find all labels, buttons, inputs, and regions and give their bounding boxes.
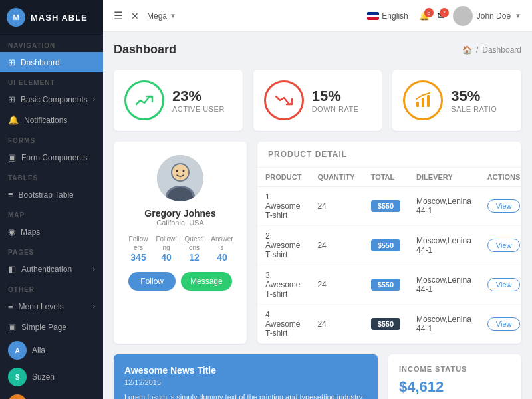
cell-total: $550 xyxy=(363,305,408,344)
page-header: Dashboard 🏠 / Dashboard xyxy=(114,43,521,57)
cell-delivery: Moscow,Lenina 44-1 xyxy=(408,187,479,226)
map-icon: ◉ xyxy=(8,227,15,237)
stat-circle-yellow xyxy=(403,80,443,120)
user-menu[interactable]: John Doe ▼ xyxy=(453,6,521,26)
stat-card-down-rate: 15% DOWN RATE xyxy=(253,70,382,131)
chevron-right-icon: › xyxy=(93,96,95,103)
stat-circle-red xyxy=(264,80,304,120)
sidebar: M MASH ABLE NAVIGATION ⊞ Dashboard UI EL… xyxy=(0,0,103,399)
cell-action: View xyxy=(479,226,521,265)
svg-rect-1 xyxy=(422,98,424,107)
mega-menu-button[interactable]: Mega xyxy=(147,11,167,21)
income-amount: $4,612 xyxy=(399,378,511,396)
stats-row: 23% ACTIVE USER 15% DOWN RATE 35% xyxy=(114,70,521,131)
sidebar-user-michael[interactable]: M Michael Scofield xyxy=(0,390,103,399)
view-button[interactable]: View xyxy=(487,317,521,331)
sidebar-item-label: Bootstrap Table xyxy=(19,190,74,200)
table-icon: ≡ xyxy=(8,190,13,200)
profile-stat-following: Following 40 xyxy=(155,235,178,263)
sidebar-user-suzen[interactable]: S Suzen xyxy=(0,364,103,390)
product-table: PRODUCT QUANTITY TOTAL DILEVERY ACTIONS … xyxy=(257,168,521,344)
profile-location: Califonia, USA xyxy=(156,219,204,227)
col-product: PRODUCT xyxy=(257,168,309,187)
stat-value: 40 xyxy=(211,252,233,263)
auth-icon: ◧ xyxy=(8,264,16,274)
cell-action: View xyxy=(479,187,521,226)
profile-card: Gregory Johnes Califonia, USA Followers … xyxy=(114,142,247,344)
sidebar-item-label: Menu Levels xyxy=(19,302,64,311)
sidebar-user-alia[interactable]: A Alia xyxy=(0,337,103,364)
breadcrumb-home-icon: 🏠 xyxy=(462,45,472,55)
middle-row: Gregory Johnes Califonia, USA Followers … xyxy=(114,142,521,344)
cell-product: 3. Awesome T-shirt xyxy=(257,265,309,305)
cell-quantity: 24 xyxy=(309,226,362,265)
breadcrumb-current: Dashboard xyxy=(482,45,521,55)
sidebar-item-basic-components[interactable]: ⊞ Basic Components › xyxy=(0,89,103,110)
sidebar-item-authentication[interactable]: ◧ Authentication › xyxy=(0,259,103,279)
section-tables: TABLES xyxy=(0,168,103,184)
notifications-button[interactable]: 🔔 5 xyxy=(419,11,430,21)
messages-button[interactable]: ✉ 7 xyxy=(438,11,445,21)
sidebar-item-form-components[interactable]: ▣ Form Components xyxy=(0,147,103,168)
news-title: Awesome News Title xyxy=(124,365,367,376)
language-label: English xyxy=(382,11,408,21)
view-button[interactable]: View xyxy=(487,239,521,252)
topbar: ☰ ✕ Mega ▼ English 🔔 5 ✉ 7 John Doe ▼ xyxy=(103,0,532,32)
follow-button[interactable]: Follow xyxy=(128,272,176,291)
view-button[interactable]: View xyxy=(487,200,521,213)
col-actions: ACTIONS xyxy=(479,168,521,187)
col-delivery: DILEVERY xyxy=(408,168,479,187)
view-button[interactable]: View xyxy=(487,278,521,291)
avatar: A xyxy=(8,341,27,360)
stat-circle-green xyxy=(124,80,164,120)
close-icon[interactable]: ✕ xyxy=(131,11,139,21)
sidebar-logo[interactable]: M MASH ABLE xyxy=(0,0,103,35)
product-table-header: PRODUCT DETAIL xyxy=(257,142,521,168)
message-badge: 7 xyxy=(440,8,449,17)
cell-total: $550 xyxy=(363,226,408,265)
table-row: 3. Awesome T-shirt 24 $550 Moscow,Lenina… xyxy=(257,265,521,305)
cell-quantity: 24 xyxy=(309,305,362,344)
logo-icon: M xyxy=(7,8,25,27)
cell-product: 1. Awesome T-shirt xyxy=(257,187,309,226)
stat-label: Answers xyxy=(211,235,233,252)
language-selector[interactable]: English xyxy=(367,11,408,21)
main-content: ☰ ✕ Mega ▼ English 🔔 5 ✉ 7 John Doe ▼ xyxy=(103,0,532,399)
income-label: INCOME STATUS xyxy=(399,365,511,373)
breadcrumb: 🏠 / Dashboard xyxy=(462,45,521,55)
sidebar-item-label: Basic Components xyxy=(21,95,88,104)
sidebar-item-simple-page[interactable]: ▣ Simple Page xyxy=(0,317,103,337)
stat-label: DOWN RATE xyxy=(312,105,359,113)
sidebar-item-label: Simple Page xyxy=(21,323,66,332)
sidebar-item-label: Dashboard xyxy=(21,58,60,67)
stat-percent: 15% xyxy=(312,88,359,105)
stat-percent: 23% xyxy=(172,88,225,105)
sidebar-item-label: Authentication xyxy=(21,265,72,274)
form-icon: ▣ xyxy=(8,152,16,162)
svg-point-6 xyxy=(172,164,188,180)
income-card: INCOME STATUS $4,612 Totale Income : $4,… xyxy=(388,354,521,399)
news-date: 12/12/2015 xyxy=(124,378,367,386)
section-forms: FORMS xyxy=(0,130,103,147)
sidebar-item-menu-levels[interactable]: ≡ Menu Levels › xyxy=(0,296,103,317)
sidebar-item-maps[interactable]: ◉ Maps xyxy=(0,221,103,242)
col-quantity: QUANTITY xyxy=(309,168,362,187)
svg-rect-0 xyxy=(416,102,419,107)
sidebar-item-dashboard[interactable]: ⊞ Dashboard xyxy=(0,52,103,72)
chevron-right-icon: › xyxy=(93,303,95,310)
section-navigation: NAVIGATION xyxy=(0,35,103,52)
sidebar-item-bootstrap-table[interactable]: ≡ Bootstrap Table xyxy=(0,184,103,205)
profile-avatar xyxy=(157,155,203,201)
message-button[interactable]: Message xyxy=(181,272,232,291)
hamburger-icon[interactable]: ☰ xyxy=(114,9,123,22)
avatar: M xyxy=(8,394,27,399)
sidebar-item-notifications[interactable]: 🔔 Notifications xyxy=(0,110,103,130)
svg-point-7 xyxy=(176,170,178,172)
section-map: MAP xyxy=(0,205,103,221)
stat-info: 23% ACTIVE USER xyxy=(172,88,225,113)
user-avatar xyxy=(453,6,473,26)
cell-delivery: Moscow,Lenina 44-1 xyxy=(408,305,479,344)
cell-delivery: Moscow,Lenina 44-1 xyxy=(408,226,479,265)
profile-stats: Followers 345 Following 40 Questions 12 … xyxy=(127,235,233,263)
avatar: S xyxy=(8,368,27,386)
